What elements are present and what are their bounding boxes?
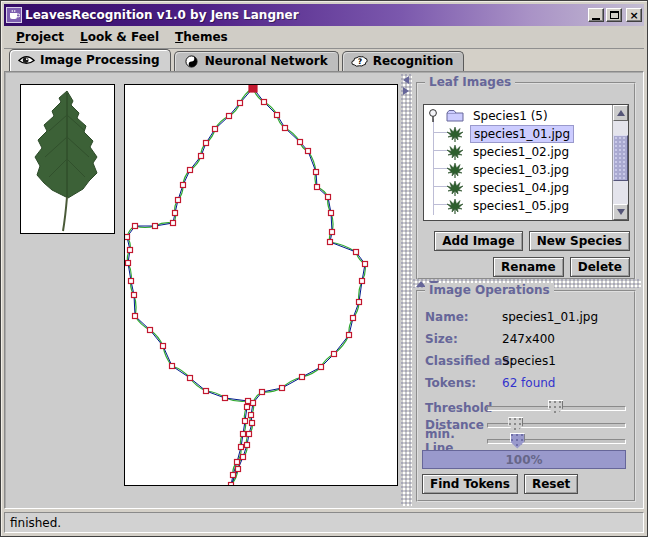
minimize-button[interactable] (588, 8, 604, 22)
tree-root-row[interactable]: Species1 (5) (426, 107, 551, 125)
species-tree[interactable]: Species1 (5) species1_01.jpg (423, 104, 629, 221)
scrollbar-thumb[interactable] (613, 135, 628, 181)
close-icon: × (629, 10, 638, 21)
new-species-button[interactable]: New Species (529, 231, 630, 251)
tree-item-species1-01[interactable]: species1_01.jpg (446, 125, 574, 143)
image-operations-group: Image Operations Name: species1_01.jpg S… (416, 290, 636, 502)
scroll-down-button[interactable] (613, 204, 628, 220)
status-bar: finished. (4, 512, 644, 533)
size-value: 247x400 (502, 332, 555, 346)
name-label: Name: (425, 310, 469, 324)
maximize-icon (610, 11, 619, 19)
tree-root-label[interactable]: Species1 (5) (470, 108, 551, 124)
tree-scrollbar[interactable] (612, 105, 628, 220)
leaf-thumbnail (20, 84, 115, 234)
arrow-up-icon (617, 110, 625, 116)
leaf-file-icon (446, 180, 464, 197)
arrow-down-icon (617, 209, 625, 215)
tokens-value: 62 found (502, 376, 555, 390)
min-line-slider-thumb[interactable] (510, 433, 525, 449)
menu-look-and-feel[interactable]: Look & Feel (72, 27, 167, 47)
leaf-file-icon (446, 162, 464, 179)
scroll-up-button[interactable] (613, 105, 628, 121)
app-window: LeavesRecognition v1.0 by Jens Langner ×… (0, 0, 648, 537)
delete-button[interactable]: Delete (570, 257, 630, 277)
leaf-file-icon (446, 144, 464, 161)
minimize-icon (592, 18, 600, 20)
menu-bar: Project Look & Feel Themes (4, 26, 644, 49)
tab-label: Neuronal Network (205, 54, 328, 68)
svg-text:?: ? (357, 57, 361, 66)
progress-text: 100% (423, 451, 625, 468)
eye-icon (18, 54, 35, 67)
window-title: LeavesRecognition v1.0 by Jens Langner (25, 8, 588, 22)
tree-item-species1-05[interactable]: species1_05.jpg (446, 197, 572, 215)
cloud-question-icon: ? (351, 55, 368, 68)
name-value: species1_01.jpg (502, 310, 598, 324)
tab-recognition[interactable]: ? Recognition (342, 51, 465, 71)
tree-item-species1-04[interactable]: species1_04.jpg (446, 179, 572, 197)
tab-neuronal-network[interactable]: Neuronal Network (174, 51, 339, 71)
rename-button[interactable]: Rename (493, 257, 564, 277)
threshold-slider-row: Threshold (425, 400, 626, 416)
tree-item-label[interactable]: species1_04.jpg (470, 180, 572, 196)
size-label: Size: (425, 332, 458, 346)
tab-bar: Image Processing Neuronal Network ? Reco… (4, 49, 644, 71)
min-line-slider[interactable] (487, 439, 626, 444)
leaf-file-icon (446, 126, 464, 143)
yin-yang-icon (183, 55, 200, 68)
tree-expand-handle-icon[interactable] (426, 108, 440, 124)
image-processing-panel: Leaf Images (4, 71, 644, 509)
splitter-collapse-right-icon[interactable] (403, 87, 409, 95)
tree-item-label[interactable]: species1_02.jpg (470, 144, 572, 160)
tree-item-species1-02[interactable]: species1_02.jpg (446, 143, 572, 161)
tab-label: Recognition (373, 54, 454, 68)
image-operations-title: Image Operations (425, 283, 554, 297)
status-text: finished. (10, 516, 61, 530)
app-icon (6, 7, 22, 23)
distance-slider-thumb[interactable] (508, 417, 523, 433)
close-button[interactable]: × (626, 8, 642, 22)
leaf-contour-drawing (125, 85, 397, 485)
find-tokens-button[interactable]: Find Tokens (422, 474, 518, 494)
reset-button[interactable]: Reset (524, 474, 578, 494)
maximize-button[interactable] (606, 8, 622, 22)
min-line-slider-row: min. Line (425, 433, 626, 449)
tree-item-label[interactable]: species1_03.jpg (470, 162, 572, 178)
leaf-thumbnail-image (21, 85, 114, 233)
classified-as-value: Species1 (502, 354, 556, 368)
tree-item-label[interactable]: species1_01.jpg (470, 125, 574, 143)
tree-item-label[interactable]: species1_05.jpg (470, 198, 572, 214)
tree-item-species1-03[interactable]: species1_03.jpg (446, 161, 572, 179)
threshold-label: Threshold (425, 401, 487, 415)
leaf-file-icon (446, 198, 464, 215)
token-canvas[interactable] (124, 84, 398, 486)
splitter-collapse-left-icon[interactable] (403, 76, 409, 84)
add-image-button[interactable]: Add Image (434, 231, 522, 251)
tab-image-processing[interactable]: Image Processing (9, 49, 171, 71)
leaf-images-group: Leaf Images (416, 82, 636, 280)
folder-icon (446, 109, 466, 123)
menu-themes[interactable]: Themes (167, 27, 236, 47)
title-bar[interactable]: LeavesRecognition v1.0 by Jens Langner × (4, 4, 644, 26)
tree-guide-line (433, 119, 434, 215)
threshold-slider[interactable] (487, 406, 626, 411)
tokens-label: Tokens: (425, 376, 476, 390)
right-panel: Leaf Images (413, 74, 641, 506)
progress-bar: 100% (422, 450, 626, 469)
threshold-slider-thumb[interactable] (548, 400, 563, 416)
distance-slider[interactable] (487, 423, 626, 428)
leaf-images-title: Leaf Images (425, 75, 515, 89)
menu-project[interactable]: Project (8, 27, 72, 47)
vertical-splitter[interactable] (401, 74, 412, 506)
classified-as-label: Classified as: (425, 354, 514, 368)
tab-label: Image Processing (40, 53, 160, 67)
